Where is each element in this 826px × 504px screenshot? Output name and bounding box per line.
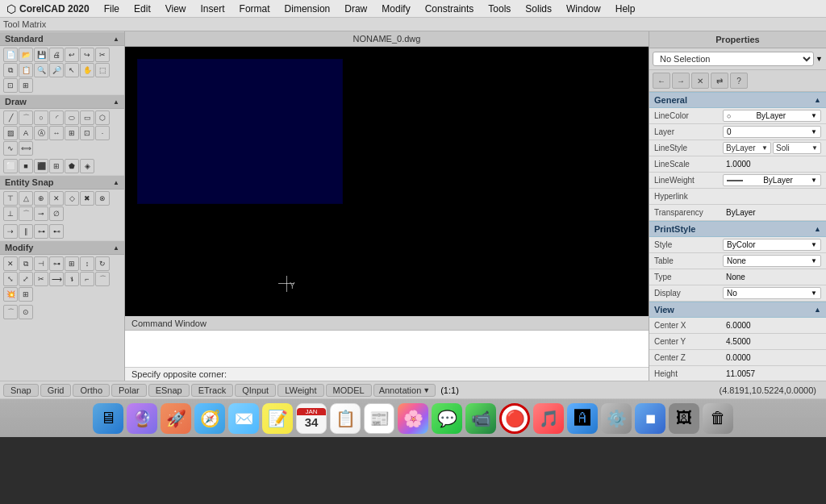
tool-zoom-all[interactable]: ⊡ <box>3 78 18 93</box>
snap-quad[interactable]: ◇ <box>65 191 79 206</box>
qinput-button[interactable]: QInput <box>235 384 276 397</box>
dock-systemprefs[interactable]: ⚙️ <box>601 403 632 434</box>
prop-style-value[interactable]: ByColor ▼ <box>723 239 821 251</box>
tool-zoom-in[interactable]: 🔍 <box>34 63 48 77</box>
tool-copy[interactable]: ⧉ <box>3 63 18 77</box>
esnap-button[interactable]: ESnap <box>148 384 190 397</box>
dock-music[interactable]: 🎵 <box>533 403 564 434</box>
props-btn-3[interactable]: ✕ <box>691 73 709 89</box>
tool-new[interactable]: 📄 <box>3 48 18 62</box>
menu-window[interactable]: Window <box>560 2 607 16</box>
dock-news2[interactable]: 🔴 <box>499 403 530 434</box>
tool-print[interactable]: 🖨 <box>49 48 64 62</box>
tool-arc[interactable]: ◜ <box>49 110 64 125</box>
prop-table-value[interactable]: None ▼ <box>723 255 821 267</box>
tool-solid[interactable]: ■ <box>19 159 33 173</box>
snap-insert[interactable]: ⊗ <box>95 191 110 206</box>
dock-notes[interactable]: 📝 <box>262 403 293 434</box>
tool-undo[interactable]: ↩ <box>65 48 79 62</box>
mod-array[interactable]: ⊞ <box>65 256 79 271</box>
mod-chamfer[interactable]: ⌐ <box>80 272 94 286</box>
mod-move[interactable]: ↕ <box>80 256 94 271</box>
tool-redo[interactable]: ↪ <box>80 48 94 62</box>
dock-calendar[interactable]: JAN 34 <box>296 403 327 434</box>
snap-app[interactable]: ⊷ <box>49 224 64 239</box>
tool-zoom-window[interactable]: ⬚ <box>95 63 110 77</box>
tool-mtext[interactable]: Ⓐ <box>34 126 48 140</box>
prop-layer-value[interactable]: 0 ▼ <box>723 126 821 138</box>
canvas-viewport[interactable]: Y <box>125 47 649 316</box>
snap-par[interactable]: ∥ <box>19 224 33 239</box>
polar-button[interactable]: Polar <box>111 384 147 397</box>
props-btn-1[interactable]: ← <box>653 73 670 89</box>
dock-news[interactable]: 📰 <box>364 403 394 434</box>
etrack-button[interactable]: ETrack <box>191 384 233 397</box>
mod-erase[interactable]: ✕ <box>3 256 18 271</box>
tool-mesh[interactable]: ⊞ <box>49 159 64 173</box>
section-draw[interactable]: Draw ▲ <box>0 94 124 109</box>
tool-cut[interactable]: ✂ <box>95 48 110 62</box>
menu-dimension[interactable]: Dimension <box>278 2 337 16</box>
dock-siri[interactable]: 🔮 <box>127 403 157 434</box>
mod-fillet[interactable]: ⌒ <box>95 272 110 286</box>
dock-reminders[interactable]: 📋 <box>330 403 361 434</box>
tool-dim[interactable]: ↔ <box>49 126 64 140</box>
props-btn-2[interactable]: → <box>672 73 690 89</box>
tool-insert[interactable]: ⊡ <box>80 126 94 140</box>
mod-pedit[interactable]: ⌒ <box>3 305 18 319</box>
mod-extend[interactable]: ⟶ <box>49 272 64 286</box>
section-printstyle-header[interactable]: PrintStyle ▲ <box>649 221 826 237</box>
snap-tan[interactable]: ⌒ <box>19 206 33 221</box>
tool-circle[interactable]: ○ <box>34 110 48 125</box>
section-entity-snap[interactable]: Entity Snap ▲ <box>0 175 124 190</box>
tool-xline[interactable]: ⟺ <box>19 141 33 156</box>
tool-paste[interactable]: 📋 <box>19 63 33 77</box>
snap-node[interactable]: ✕ <box>49 191 64 206</box>
tool-wipe[interactable]: ⬟ <box>65 159 79 173</box>
dock-mail[interactable]: ✉️ <box>228 403 259 434</box>
lweight-button[interactable]: LWeight <box>277 384 323 397</box>
menu-format[interactable]: Format <box>233 2 277 16</box>
mod-grip[interactable]: ⊙ <box>19 305 33 319</box>
grid-button[interactable]: Grid <box>40 384 72 397</box>
menu-modify[interactable]: Modify <box>375 2 416 16</box>
dock-trash[interactable]: 🗑 <box>703 403 733 434</box>
snap-perp[interactable]: ⊥ <box>3 206 18 221</box>
snap-endpoint[interactable]: ⊤ <box>3 191 18 206</box>
tool-face[interactable]: ⬜ <box>3 159 18 173</box>
tool-point[interactable]: · <box>95 126 110 140</box>
tool-line[interactable]: ╱ <box>3 110 18 125</box>
selection-dropdown[interactable]: No Selection <box>653 52 814 66</box>
menu-view[interactable]: View <box>159 2 193 16</box>
section-view-header[interactable]: View ▲ <box>649 302 826 318</box>
mod-scale[interactable]: ⤡ <box>3 272 18 286</box>
model-button[interactable]: MODEL <box>326 384 372 397</box>
linestyle-val2[interactable]: Soli ▼ <box>773 142 821 154</box>
dock-photos[interactable]: 🌸 <box>398 403 428 434</box>
dock-appstore[interactable]: 🅰 <box>567 403 598 434</box>
mod-stretch[interactable]: ⤢ <box>19 272 33 286</box>
props-btn-toggle[interactable]: ⇄ <box>711 73 728 89</box>
props-btn-help[interactable]: ? <box>730 73 748 89</box>
prop-display-value[interactable]: No ▼ <box>723 287 821 299</box>
tool-region[interactable]: ◈ <box>80 159 94 173</box>
tool-text[interactable]: A <box>19 126 33 140</box>
tool-select[interactable]: ↖ <box>65 63 79 77</box>
ortho-button[interactable]: Ortho <box>73 384 110 397</box>
tool-zoom-extent[interactable]: ⊞ <box>19 78 33 93</box>
mod-copy[interactable]: ⧉ <box>19 256 33 271</box>
dock-facetime[interactable]: 📹 <box>465 403 496 434</box>
menu-solids[interactable]: Solids <box>519 2 558 16</box>
snap-none[interactable]: ∅ <box>49 206 64 221</box>
dock-corelcad[interactable]: ◼ <box>635 403 665 434</box>
prop-linecolor-value[interactable]: ○ ByLayer ▼ <box>723 110 821 122</box>
dock-launchpad[interactable]: 🚀 <box>161 403 191 434</box>
tool-pan[interactable]: ✋ <box>80 63 94 77</box>
tool-3dsolid[interactable]: ⬛ <box>34 159 48 173</box>
mod-mirror[interactable]: ⊣ <box>34 256 48 271</box>
section-general-header[interactable]: General ▲ <box>649 92 826 108</box>
tool-polyline[interactable]: ⌒ <box>19 110 33 125</box>
snap-center[interactable]: ⊕ <box>34 191 48 206</box>
mod-break[interactable]: ⫮ <box>65 272 79 286</box>
menu-file[interactable]: File <box>98 2 126 16</box>
